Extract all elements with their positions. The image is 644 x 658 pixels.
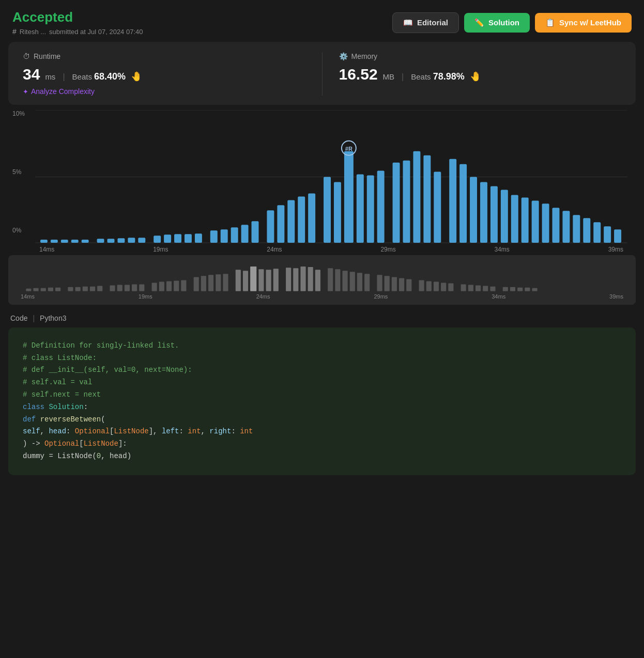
svg-rect-12 <box>138 238 145 243</box>
svg-rect-107 <box>434 282 439 291</box>
mini-x-29: 29ms <box>374 293 388 300</box>
svg-rect-57 <box>614 229 621 243</box>
svg-rect-85 <box>250 267 256 291</box>
runtime-wave: 🤚 <box>131 71 142 82</box>
code-language: Python3 <box>40 314 66 322</box>
memory-divider: | <box>402 72 404 82</box>
svg-rect-38 <box>413 151 420 243</box>
svg-rect-8 <box>97 239 104 243</box>
svg-rect-98 <box>357 273 362 291</box>
svg-rect-103 <box>399 278 404 291</box>
svg-rect-113 <box>483 286 488 291</box>
svg-rect-87 <box>266 270 271 291</box>
submitted-at: submitted at Jul 07, 2024 07:40 <box>49 28 143 36</box>
mini-x-24: 24ms <box>256 293 270 300</box>
x-label-34: 34ms <box>495 246 510 253</box>
svg-rect-30 <box>344 151 354 243</box>
svg-rect-3 <box>40 240 48 243</box>
svg-rect-64 <box>75 287 81 291</box>
svg-rect-6 <box>71 240 79 243</box>
minimap-x-labels: 14ms 19ms 24ms 29ms 34ms 39ms <box>21 291 623 300</box>
x-label-39: 39ms <box>608 246 623 253</box>
svg-rect-112 <box>476 286 481 291</box>
svg-rect-55 <box>593 222 601 243</box>
runtime-block: ⏱ Runtime 34 ms | Beats 68.40% 🤚 ✦ Analy… <box>23 52 305 96</box>
svg-rect-47 <box>511 195 518 243</box>
svg-rect-96 <box>343 271 348 291</box>
svg-rect-61 <box>48 288 53 291</box>
x-label-24: 24ms <box>267 246 282 253</box>
code-section: Code | Python3 # Definition for singly-l… <box>8 314 636 475</box>
stats-card: ⏱ Runtime 34 ms | Beats 68.40% 🤚 ✦ Analy… <box>8 42 636 105</box>
svg-rect-76 <box>174 281 179 291</box>
svg-rect-75 <box>166 281 172 291</box>
svg-rect-26 <box>298 196 305 243</box>
svg-rect-115 <box>503 287 508 291</box>
memory-beats: Beats 78.98% <box>411 71 465 82</box>
top-buttons: 📖 Editorial ✏️ Solution 📋 Sync w/ LeetHu… <box>392 12 632 33</box>
svg-rect-84 <box>243 271 248 291</box>
code-line-7: def reverseBetween( <box>23 414 621 426</box>
x-label-29: 29ms <box>380 246 395 253</box>
svg-rect-21 <box>241 225 249 243</box>
svg-rect-49 <box>532 200 539 243</box>
svg-rect-69 <box>117 285 122 291</box>
svg-rect-97 <box>350 272 355 291</box>
runtime-unit: ms <box>45 72 55 81</box>
svg-rect-56 <box>604 226 611 243</box>
svg-rect-27 <box>308 193 315 243</box>
svg-rect-99 <box>364 274 370 291</box>
svg-rect-67 <box>97 286 102 291</box>
svg-rect-37 <box>403 161 410 243</box>
chart-x-labels: 14ms 19ms 24ms 29ms 34ms 39ms <box>35 244 627 253</box>
runtime-divider: | <box>63 72 65 82</box>
svg-rect-71 <box>132 285 137 291</box>
svg-rect-92 <box>308 267 313 291</box>
memory-block: ⚙️ Memory 16.52 MB | Beats 78.98% 🤚 <box>339 52 622 96</box>
code-line-8: self, head: Optional[ListNode], left: in… <box>23 426 621 438</box>
svg-rect-66 <box>90 287 95 291</box>
analyze-complexity-link[interactable]: ✦ Analyze Complexity <box>23 87 305 96</box>
svg-rect-65 <box>83 287 88 291</box>
chart-canvas: #R <box>35 110 627 244</box>
svg-rect-77 <box>181 280 186 291</box>
svg-rect-60 <box>41 288 46 291</box>
svg-rect-91 <box>300 267 305 291</box>
svg-rect-15 <box>174 234 181 243</box>
leethub-button[interactable]: 📋 Sync w/ LeetHub <box>535 13 632 33</box>
mini-x-14: 14ms <box>21 293 35 300</box>
svg-rect-9 <box>108 239 115 243</box>
svg-rect-5 <box>61 240 68 243</box>
svg-rect-10 <box>117 238 125 243</box>
svg-rect-89 <box>286 268 291 291</box>
runtime-value: 34 <box>23 66 40 83</box>
svg-rect-82 <box>223 274 228 291</box>
book-icon: 📖 <box>403 18 413 27</box>
svg-rect-93 <box>315 270 320 291</box>
svg-rect-80 <box>208 275 213 291</box>
svg-rect-110 <box>461 285 466 291</box>
svg-rect-114 <box>490 287 495 291</box>
svg-rect-22 <box>252 221 259 243</box>
editorial-button[interactable]: 📖 Editorial <box>392 12 459 33</box>
solution-button[interactable]: ✏️ Solution <box>464 13 530 33</box>
svg-rect-63 <box>68 287 73 291</box>
sparkle-icon: ✦ <box>23 88 28 96</box>
svg-rect-33 <box>357 175 364 243</box>
top-left: Accepted # Ritesh ... submitted at Jul 0… <box>12 9 143 36</box>
svg-rect-79 <box>201 276 206 291</box>
svg-rect-25 <box>287 200 295 243</box>
y-label-5: 5% <box>12 168 25 176</box>
svg-rect-118 <box>525 288 530 291</box>
svg-rect-106 <box>426 281 432 291</box>
svg-rect-46 <box>501 190 508 243</box>
svg-rect-50 <box>542 203 549 243</box>
y-label-10: 10% <box>12 110 25 117</box>
memory-unit: MB <box>383 72 395 81</box>
svg-rect-117 <box>517 288 523 291</box>
svg-rect-72 <box>139 285 144 291</box>
code-line-3: # def __init__(self, val=0, next=None): <box>23 364 621 377</box>
svg-rect-16 <box>185 234 192 243</box>
x-label-19: 19ms <box>153 246 168 253</box>
code-divider: | <box>33 314 35 322</box>
